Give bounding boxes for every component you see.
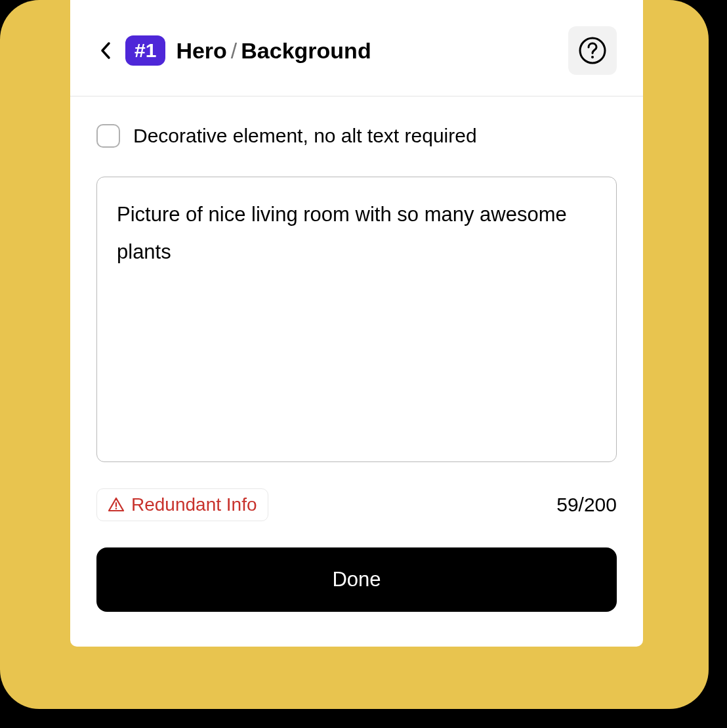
item-number-badge: #1 xyxy=(125,35,165,66)
decorative-checkbox-label: Decorative element, no alt text required xyxy=(133,125,477,147)
breadcrumb: Hero / Background xyxy=(176,38,371,64)
breadcrumb-separator: / xyxy=(231,38,237,64)
panel-header: #1 Hero / Background xyxy=(70,0,643,96)
back-button[interactable] xyxy=(96,41,115,60)
alt-text-editor-panel: #1 Hero / Background Decorative element,… xyxy=(70,0,643,647)
done-button[interactable]: Done xyxy=(96,547,617,612)
alt-text-input[interactable] xyxy=(96,177,617,462)
breadcrumb-part-1: Hero xyxy=(176,38,226,64)
warning-icon xyxy=(108,496,125,513)
character-count: 59/200 xyxy=(556,494,617,516)
meta-row: Redundant Info 59/200 xyxy=(96,488,617,521)
panel-body: Decorative element, no alt text required… xyxy=(70,96,643,647)
help-icon xyxy=(578,36,607,65)
breadcrumb-part-2: Background xyxy=(241,38,371,64)
warning-chip[interactable]: Redundant Info xyxy=(96,488,268,521)
help-button[interactable] xyxy=(568,26,617,75)
decorative-checkbox-row: Decorative element, no alt text required xyxy=(96,124,617,148)
chevron-left-icon xyxy=(100,41,111,60)
decorative-checkbox[interactable] xyxy=(96,124,120,148)
svg-point-1 xyxy=(591,56,594,58)
warning-label: Redundant Info xyxy=(131,494,257,515)
svg-point-3 xyxy=(115,507,117,509)
